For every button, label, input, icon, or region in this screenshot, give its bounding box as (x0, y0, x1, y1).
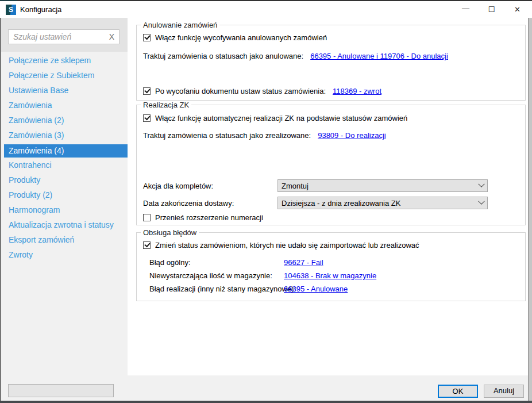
sidebar-item-zamowienia-2[interactable]: Zamówienia (2) (1, 113, 125, 128)
group-title: Anulowanie zamówień (141, 21, 219, 29)
sidebar-item-zwroty[interactable]: Zwroty (1, 248, 125, 263)
numbering-checkbox[interactable] (143, 214, 151, 221)
delivery-date-row: Data zakończenia dostawy: (143, 199, 277, 208)
stock-error-link[interactable]: 104638 - Brak w magazynie (284, 271, 376, 280)
stock-error-row: Niewystarczająca ilość w magazynie: 1046… (149, 271, 376, 280)
delivery-date-value: Dzisiejsza - z dnia zrealizowania ZK (282, 199, 479, 208)
realized-statuses-link[interactable]: 93809 - Do realizacji (318, 131, 386, 140)
search-placeholder: Szukaj ustawień (13, 32, 106, 41)
sidebar-item-produkty[interactable]: Produkty (1, 173, 125, 188)
footer: OK Anuluj (0, 375, 532, 401)
bundle-action-value: Zmontuj (282, 182, 479, 190)
after-withdraw-label: Po wycofaniu dokumentu ustaw status zamó… (155, 87, 326, 95)
cancelled-statuses-label: Traktuj zamówienia o statusach jako anul… (143, 52, 303, 60)
realized-statuses-row: Traktuj zamówienia o statusach jako zrea… (143, 131, 386, 140)
close-button[interactable]: ✕ (504, 1, 530, 18)
after-withdraw-status-link[interactable]: 118369 - zwrot (333, 87, 381, 95)
settings-sidebar: Szukaj ustawień X Połączenie ze sklepem … (1, 18, 128, 375)
close-icon: ✕ (514, 5, 521, 14)
delivery-date-select[interactable]: Dzisiejsza - z dnia zrealizowania ZK (277, 197, 488, 209)
sidebar-nav: Połączenie ze sklepem Połączenie z Subie… (1, 53, 128, 263)
enable-realization-checkbox[interactable] (143, 114, 151, 122)
bundle-action-label: Akcja dla kompletów: (143, 182, 277, 190)
enable-realization-row: Włącz funkcję automatycznej realizacji Z… (143, 114, 407, 122)
numbering-row: Przenieś rozszerzenie numeracji (143, 213, 263, 222)
ok-button[interactable]: OK (438, 385, 478, 398)
minimize-button[interactable]: — (453, 1, 479, 18)
window-right-edge (528, 18, 532, 403)
search-input[interactable]: Szukaj ustawień X (8, 29, 119, 44)
stock-error-label: Niewystarczająca ilość w magazynie: (149, 271, 284, 280)
enable-realization-label: Włącz funkcję automatycznej realizacji Z… (155, 114, 407, 122)
sidebar-item-kontrahenci[interactable]: Kontrahenci (1, 158, 125, 173)
window-left-edge (0, 18, 1, 403)
window-title: Konfiguracja (20, 5, 61, 14)
after-withdraw-checkbox[interactable] (143, 87, 151, 95)
sidebar-item-produkty-2[interactable]: Produkty (2) (1, 188, 125, 203)
realization-error-row: Błąd realizacji (inny niż stany magazyno… (149, 285, 348, 293)
delivery-date-label: Data zakończenia dostawy: (143, 199, 277, 208)
cancelled-statuses-link[interactable]: 66395 - Anulowane i 119706 - Do anulacji (310, 52, 448, 60)
sidebar-item-polaczenie-ze-sklepem[interactable]: Połączenie ze sklepem (1, 53, 125, 68)
caption-buttons: — ☐ ✕ (453, 1, 530, 18)
app-icon: S (6, 5, 16, 15)
realization-error-label: Błąd realizacji (inny niż stany magazyno… (149, 285, 284, 293)
minimize-icon: — (462, 4, 469, 13)
sidebar-item-aktualizacja-zwrotna[interactable]: Aktualizacja zwrotna i statusy (1, 218, 125, 233)
group-title: Obsługa błędów (141, 228, 199, 237)
cancel-button[interactable]: Anuluj (484, 385, 524, 398)
maximize-button[interactable]: ☐ (479, 1, 504, 18)
sidebar-item-zamowienia-4[interactable]: Zamówienia (4) (4, 144, 128, 158)
group-title: Realizacja ZK (141, 101, 191, 109)
group-obsluga-bledow: Obsługa błędów Zmień status zamówieniom,… (136, 232, 526, 301)
clear-search-icon[interactable]: X (106, 32, 114, 41)
sidebar-item-polaczenie-z-subiektem[interactable]: Połączenie z Subiektem (1, 68, 125, 83)
titlebar: S Konfiguracja — ☐ ✕ (0, 1, 532, 18)
realization-error-link[interactable]: 66395 - Anulowane (284, 285, 348, 293)
progress-bar (8, 384, 114, 397)
bundle-action-select[interactable]: Zmontuj (277, 179, 488, 192)
general-error-row: Błąd ogólny: 96627 - Fail (149, 258, 323, 267)
enable-error-handling-row: Zmień status zamówieniom, których nie ud… (143, 241, 419, 250)
window-bottom-edge (0, 401, 532, 403)
sidebar-item-eksport-zamowien[interactable]: Eksport zamówień (1, 233, 125, 248)
search-band: Szukaj ustawień X (1, 18, 128, 52)
enable-error-handling-checkbox[interactable] (143, 241, 151, 249)
enable-error-handling-label: Zmień status zamówieniom, których nie ud… (155, 241, 419, 250)
maximize-icon: ☐ (488, 5, 495, 14)
numbering-label: Przenieś rozszerzenie numeracji (155, 213, 263, 222)
chevron-down-icon (478, 181, 484, 187)
bundle-action-row: Akcja dla kompletów: (143, 182, 277, 190)
settings-panel: Anulowanie zamówień Włącz funkcję wycofy… (128, 18, 528, 375)
enable-cancellation-row: Włącz funkcję wycofywania anulowanych za… (143, 33, 327, 42)
sidebar-item-ustawienia-base[interactable]: Ustawienia Base (1, 83, 125, 98)
group-realizacja-zk: Realizacja ZK Włącz funkcję automatyczne… (136, 105, 526, 225)
sidebar-item-zamowienia-3[interactable]: Zamówienia (3) (1, 128, 125, 143)
realized-statuses-label: Traktuj zamówienia o statusach jako zrea… (143, 131, 311, 140)
cancelled-statuses-row: Traktuj zamówienia o statusach jako anul… (143, 52, 448, 60)
enable-cancellation-checkbox[interactable] (143, 34, 151, 41)
general-error-label: Błąd ogólny: (149, 258, 284, 267)
general-error-link[interactable]: 96627 - Fail (284, 258, 323, 267)
chevron-down-icon (478, 198, 484, 205)
group-anulowanie-zamowien: Anulowanie zamówień Włącz funkcję wycofy… (136, 25, 526, 101)
sidebar-item-zamowienia[interactable]: Zamówienia (1, 98, 125, 113)
sidebar-item-harmonogram[interactable]: Harmonogram (1, 203, 125, 218)
after-withdraw-row: Po wycofaniu dokumentu ustaw status zamó… (143, 87, 381, 95)
enable-cancellation-label: Włącz funkcję wycofywania anulowanych za… (155, 33, 327, 42)
